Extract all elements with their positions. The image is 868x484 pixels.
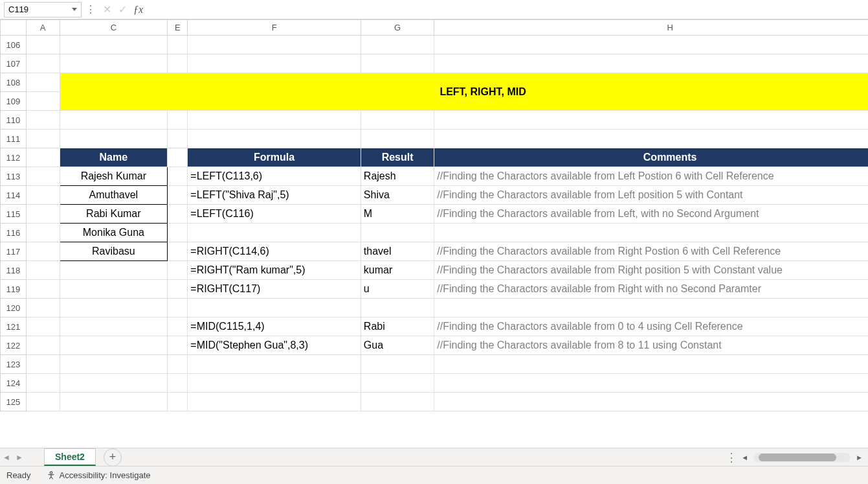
cell[interactable]	[60, 261, 168, 280]
cell[interactable]	[168, 242, 188, 261]
next-sheet-button[interactable]: ►	[13, 448, 26, 466]
row-header[interactable]: 118	[1, 261, 27, 280]
cell[interactable]	[26, 167, 60, 186]
formula-cell[interactable]: =LEFT(C116)	[188, 205, 361, 224]
cell[interactable]	[26, 261, 60, 280]
cell[interactable]	[168, 130, 188, 148]
cell[interactable]	[60, 130, 168, 148]
result-cell[interactable]: M	[361, 205, 434, 224]
horizontal-scrollbar[interactable]	[753, 453, 851, 462]
prev-sheet-button[interactable]: ◄	[0, 448, 13, 466]
cell[interactable]	[434, 393, 868, 411]
cell[interactable]	[26, 36, 60, 54]
cell[interactable]	[26, 54, 60, 73]
cell[interactable]	[361, 54, 434, 73]
formula-cell[interactable]	[188, 224, 361, 242]
row-header[interactable]: 113	[1, 167, 27, 186]
result-cell[interactable]: Rajesh	[361, 167, 434, 186]
cell[interactable]	[168, 317, 188, 336]
cell[interactable]	[26, 393, 60, 411]
sheet-tab-active[interactable]: Sheet2	[44, 448, 96, 466]
result-cell[interactable]: Shiva	[361, 186, 434, 205]
row-header[interactable]: 124	[1, 374, 27, 393]
column-header[interactable]: A	[26, 20, 60, 36]
row-header[interactable]: 112	[1, 148, 27, 167]
cell[interactable]	[168, 186, 188, 205]
cell[interactable]	[188, 355, 361, 374]
formula-cell[interactable]: =MID("Stephen Gua",8,3)	[188, 336, 361, 355]
cell[interactable]	[168, 205, 188, 224]
result-cell[interactable]	[361, 224, 434, 242]
row-header[interactable]: 109	[1, 92, 27, 111]
row-header[interactable]: 106	[1, 36, 27, 54]
comment-cell[interactable]: //Finding the Charactors available from …	[434, 242, 868, 261]
result-cell[interactable]: Rabi	[361, 317, 434, 336]
header-comments[interactable]: Comments	[434, 148, 868, 167]
cell[interactable]	[26, 224, 60, 242]
cell[interactable]	[26, 355, 60, 374]
cell[interactable]	[60, 355, 168, 374]
cell[interactable]	[26, 280, 60, 299]
header-name[interactable]: Name	[60, 148, 168, 167]
cell[interactable]	[188, 374, 361, 393]
cell[interactable]	[168, 54, 188, 73]
formula-cell[interactable]: =RIGHT("Ram kumar",5)	[188, 261, 361, 280]
cell[interactable]	[26, 374, 60, 393]
cell[interactable]	[434, 54, 868, 73]
cell[interactable]	[168, 299, 188, 317]
row-header[interactable]: 116	[1, 224, 27, 242]
row-header[interactable]: 125	[1, 393, 27, 411]
column-header[interactable]: H	[434, 20, 868, 36]
name-cell[interactable]: Rajesh Kumar	[60, 167, 168, 186]
cell[interactable]	[168, 336, 188, 355]
cell[interactable]	[434, 130, 868, 148]
cancel-formula-button[interactable]: ✕	[100, 3, 114, 17]
formula-cell[interactable]: =LEFT("Shiva Raj",5)	[188, 186, 361, 205]
name-box[interactable]: C119	[4, 2, 82, 17]
cell[interactable]	[26, 186, 60, 205]
cell[interactable]	[168, 148, 188, 167]
cell[interactable]	[188, 111, 361, 130]
header-result[interactable]: Result	[361, 148, 434, 167]
row-header[interactable]: 121	[1, 317, 27, 336]
spreadsheet-grid[interactable]: A C E F G H 106 107 108LEFT, RIGHT, MID …	[0, 19, 868, 428]
comment-cell[interactable]	[434, 299, 868, 317]
comment-cell[interactable]: //Finding the Charactors available from …	[434, 317, 868, 336]
name-cell[interactable]: Monika Guna	[60, 224, 168, 242]
cell[interactable]	[26, 148, 60, 167]
comment-cell[interactable]: //Finding the Charactors available from …	[434, 280, 868, 299]
comment-cell[interactable]: //Finding the Charactors available from …	[434, 261, 868, 280]
row-header[interactable]: 122	[1, 336, 27, 355]
formula-cell[interactable]: =RIGHT(C114,6)	[188, 242, 361, 261]
accessibility-status[interactable]: Accessibility: Investigate	[47, 470, 151, 480]
cell[interactable]	[188, 130, 361, 148]
name-cell[interactable]: Amuthavel	[60, 186, 168, 205]
cell[interactable]	[60, 299, 168, 317]
cell[interactable]	[26, 73, 60, 92]
cell[interactable]	[168, 393, 188, 411]
name-cell[interactable]: Ravibasu	[60, 242, 168, 261]
cell[interactable]	[26, 130, 60, 148]
cell[interactable]	[60, 111, 168, 130]
enter-formula-button[interactable]: ✓	[115, 3, 129, 17]
cell[interactable]	[361, 36, 434, 54]
formula-input[interactable]	[143, 2, 864, 17]
row-header[interactable]: 108	[1, 73, 27, 92]
cell[interactable]	[168, 355, 188, 374]
cell[interactable]	[434, 355, 868, 374]
result-cell[interactable]: kumar	[361, 261, 434, 280]
cell[interactable]	[168, 36, 188, 54]
formula-cell[interactable]: =MID(C115,1,4)	[188, 317, 361, 336]
cell[interactable]	[26, 299, 60, 317]
row-header[interactable]: 117	[1, 242, 27, 261]
cell[interactable]	[361, 393, 434, 411]
column-header[interactable]: E	[168, 20, 188, 36]
cell[interactable]	[26, 111, 60, 130]
cell[interactable]	[361, 355, 434, 374]
row-header[interactable]: 123	[1, 355, 27, 374]
cell[interactable]	[26, 317, 60, 336]
more-icon[interactable]: ⋮	[726, 450, 736, 465]
chevron-down-icon[interactable]	[72, 8, 77, 11]
cell[interactable]	[188, 36, 361, 54]
comment-cell[interactable]: //Finding the Charactors available from …	[434, 205, 868, 224]
